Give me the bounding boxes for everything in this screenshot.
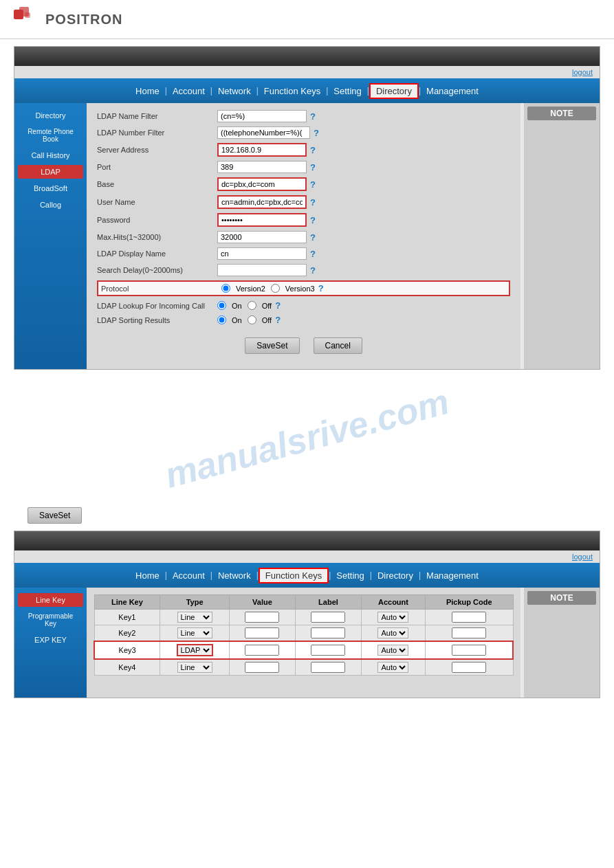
input-pickup-key1[interactable] bbox=[452, 612, 486, 623]
select-account-key3[interactable]: Auto bbox=[377, 645, 408, 656]
sidebar-item-programmable-key[interactable]: Programmable Key bbox=[18, 610, 83, 630]
label-lookup-on: On bbox=[232, 302, 242, 310]
input-label-key2[interactable] bbox=[311, 627, 345, 638]
nav-network-2[interactable]: Network bbox=[212, 570, 256, 581]
nav-directory-2[interactable]: Directory bbox=[372, 570, 419, 581]
input-value-key3[interactable] bbox=[245, 645, 279, 656]
note-box-1: NOTE bbox=[524, 103, 600, 369]
input-value-key2[interactable] bbox=[245, 627, 279, 638]
input-pickup-key2[interactable] bbox=[452, 627, 486, 638]
help-base[interactable]: ? bbox=[310, 179, 316, 190]
input-label-key4[interactable] bbox=[311, 662, 345, 673]
input-server-address[interactable] bbox=[217, 143, 307, 157]
input-label-key3[interactable] bbox=[311, 645, 345, 656]
help-number-filter[interactable]: ? bbox=[314, 128, 319, 138]
select-account-key1[interactable]: Auto bbox=[377, 612, 408, 623]
nav-home-2[interactable]: Home bbox=[130, 570, 165, 581]
nav-function-keys-2[interactable]: Function Keys bbox=[259, 568, 329, 583]
line-key-table: Line Key Type Value Label Account Pickup… bbox=[94, 594, 514, 676]
nav-account-1[interactable]: Account bbox=[167, 86, 210, 96]
form-row-search-delay: Search Delay(0~2000ms) ? bbox=[97, 264, 510, 276]
select-type-key1[interactable]: LineLDAP bbox=[177, 612, 212, 623]
input-max-hits[interactable] bbox=[217, 231, 307, 243]
radio-sorting-off[interactable] bbox=[248, 315, 256, 324]
label-version3: Version3 bbox=[285, 285, 315, 293]
sidebar-item-remote-phone-book[interactable]: Remote Phone Book bbox=[18, 125, 83, 146]
cell-key2: Key2 bbox=[94, 625, 160, 642]
lookup-radio-group: On Off bbox=[217, 301, 272, 310]
input-username[interactable] bbox=[217, 195, 307, 209]
radio-version2[interactable] bbox=[221, 284, 230, 293]
help-display-name[interactable]: ? bbox=[310, 249, 316, 259]
help-lookup[interactable]: ? bbox=[275, 300, 281, 311]
sidebar-item-line-key[interactable]: Line Key bbox=[18, 593, 83, 607]
select-type-key3[interactable]: LDAP Line bbox=[177, 644, 213, 656]
note-box-2: NOTE bbox=[524, 588, 600, 698]
cancel-button-1[interactable]: Cancel bbox=[314, 337, 362, 354]
input-search-delay[interactable] bbox=[217, 264, 307, 276]
help-search-delay[interactable]: ? bbox=[310, 265, 316, 276]
help-max-hits[interactable]: ? bbox=[310, 232, 316, 243]
sidebar-item-callog[interactable]: Callog bbox=[18, 198, 83, 212]
nav-setting-2[interactable]: Setting bbox=[331, 570, 369, 581]
select-type-key4[interactable]: LineLDAP bbox=[177, 662, 212, 673]
form-row-name-filter: LDAP Name Filter ? bbox=[97, 110, 510, 122]
sidebar-item-call-history[interactable]: Call History bbox=[18, 148, 83, 162]
sidebar-item-ldap[interactable]: LDAP bbox=[18, 165, 83, 179]
sidebar-item-exp-key[interactable]: EXP KEY bbox=[18, 633, 83, 647]
standalone-saveset-area: SaveSet bbox=[28, 507, 586, 524]
input-base[interactable] bbox=[217, 177, 307, 191]
nav-account-2[interactable]: Account bbox=[167, 570, 210, 581]
nav-management-1[interactable]: Management bbox=[421, 86, 484, 96]
input-value-key1[interactable] bbox=[245, 612, 279, 623]
radio-sorting-on[interactable] bbox=[217, 315, 226, 324]
saveset-standalone-button[interactable]: SaveSet bbox=[28, 507, 82, 524]
col-header-label: Label bbox=[295, 595, 361, 610]
sidebar-item-broadsoft[interactable]: BroadSoft bbox=[18, 181, 83, 195]
saveset-button-1[interactable]: SaveSet bbox=[245, 337, 299, 354]
radio-version3[interactable] bbox=[271, 284, 280, 293]
nav-home-1[interactable]: Home bbox=[130, 86, 165, 96]
col-header-pickup-code: Pickup Code bbox=[425, 595, 513, 610]
nav-setting-1[interactable]: Setting bbox=[328, 86, 366, 96]
radio-lookup-off[interactable] bbox=[248, 301, 256, 310]
help-server-address[interactable]: ? bbox=[310, 145, 316, 155]
input-display-name[interactable] bbox=[217, 247, 307, 260]
help-username[interactable]: ? bbox=[310, 197, 316, 208]
radio-lookup-on[interactable] bbox=[217, 301, 226, 310]
help-protocol[interactable]: ? bbox=[318, 283, 324, 293]
form-row-max-hits: Max.Hits(1~32000) ? bbox=[97, 231, 510, 243]
cell-value-key1 bbox=[229, 610, 295, 625]
label-password: Password bbox=[97, 216, 217, 224]
label-port: Port bbox=[97, 163, 217, 171]
input-port[interactable] bbox=[217, 161, 307, 173]
input-password[interactable] bbox=[217, 213, 307, 227]
note-title-2: NOTE bbox=[527, 591, 596, 605]
help-sorting[interactable]: ? bbox=[275, 315, 281, 325]
select-account-key4[interactable]: Auto bbox=[377, 662, 408, 673]
select-account-key2[interactable]: Auto bbox=[377, 627, 408, 638]
help-name-filter[interactable]: ? bbox=[310, 111, 316, 122]
select-type-key2[interactable]: LineLDAP bbox=[177, 627, 212, 638]
logout-link-1[interactable]: logout bbox=[572, 68, 593, 76]
header: POSITRON bbox=[0, 0, 614, 39]
input-name-filter[interactable] bbox=[217, 110, 307, 122]
nav-directory-1[interactable]: Directory bbox=[369, 83, 419, 99]
help-password[interactable]: ? bbox=[310, 215, 316, 225]
sidebar-item-directory[interactable]: Directory bbox=[18, 109, 83, 122]
help-port[interactable]: ? bbox=[310, 162, 316, 173]
input-number-filter[interactable] bbox=[217, 126, 310, 139]
nav-network-1[interactable]: Network bbox=[212, 86, 256, 96]
input-label-key1[interactable] bbox=[311, 612, 345, 623]
col-header-value: Value bbox=[229, 595, 295, 610]
input-pickup-key4[interactable] bbox=[452, 662, 486, 673]
input-value-key4[interactable] bbox=[245, 662, 279, 673]
panel-content-2: Line Key Programmable Key EXP KEY Line K… bbox=[14, 588, 600, 698]
logout-link-2[interactable]: logout bbox=[572, 553, 593, 561]
nav-management-2[interactable]: Management bbox=[421, 570, 484, 581]
input-pickup-key3[interactable] bbox=[452, 645, 486, 656]
nav-function-keys-1[interactable]: Function Keys bbox=[259, 86, 326, 96]
sidebar-2: Line Key Programmable Key EXP KEY bbox=[14, 588, 87, 698]
sidebar-1: Directory Remote Phone Book Call History… bbox=[14, 103, 87, 369]
brand-name: POSITRON bbox=[45, 12, 122, 27]
